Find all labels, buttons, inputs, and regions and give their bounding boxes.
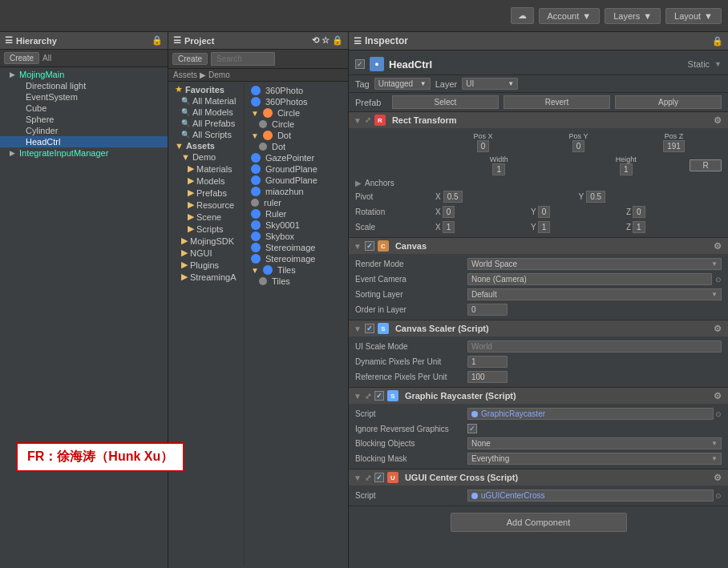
resources-folder[interactable]: ▶ Resource — [168, 199, 244, 211]
hierarchy-item-headctrl[interactable]: HeadCtrl — [0, 136, 168, 147]
account-button[interactable]: Account ▼ — [539, 8, 601, 24]
pos-x-field[interactable]: 0 — [477, 140, 490, 152]
graphic-raycaster-enabled-checkbox[interactable] — [374, 391, 384, 401]
blocking-mask-dropdown[interactable]: Everything — [467, 453, 722, 465]
asset-stereoimage1[interactable]: Stereoimage — [245, 242, 348, 253]
script-ref-ugui[interactable]: uGUICenterCross — [467, 489, 714, 502]
prefab-select-btn[interactable]: Select — [392, 95, 499, 109]
width-field[interactable]: 1 — [492, 163, 505, 175]
pivot-y-field[interactable]: 0.5 — [586, 191, 605, 203]
fav-all-models[interactable]: 🔍 All Models — [168, 107, 244, 118]
ugui-settings-icon[interactable]: ⚙ — [712, 473, 723, 483]
pos-y-field[interactable]: 0 — [572, 140, 585, 152]
pivot-x-field[interactable]: 0.5 — [443, 191, 463, 203]
canvas-scaler-gear-icons: ⚙ — [712, 324, 723, 334]
ignore-graphics-checkbox[interactable]: ✓ — [467, 424, 477, 433]
hierarchy-create-btn[interactable]: Create — [4, 52, 39, 64]
asset-tiles-child[interactable]: Tiles — [245, 276, 348, 287]
reference-pixels-value[interactable]: 100 — [467, 371, 508, 383]
asset-circle-folder[interactable]: ▼ Circle — [245, 107, 348, 119]
hierarchy-item-integrateinput[interactable]: ▶ IntegrateInputManager — [0, 147, 168, 159]
layout-button[interactable]: Layout ▼ — [665, 8, 722, 24]
fav-all-scripts[interactable]: 🔍 All Scripts — [168, 129, 244, 140]
asset-groundplane1[interactable]: GroundPlane — [245, 163, 348, 175]
assets-section[interactable]: ▼ Assets — [168, 140, 244, 151]
canvas-header[interactable]: ▼ C Canvas ⚙ — [349, 238, 728, 254]
hierarchy-item-mojingmain[interactable]: ▶ MojingMain — [0, 69, 168, 80]
asset-tiles-folder[interactable]: ▼ Tiles — [245, 264, 348, 276]
prefab-apply-btn[interactable]: Apply — [615, 95, 722, 109]
script-dot-icon — [471, 411, 478, 417]
sorting-layer-dropdown[interactable]: Default — [467, 288, 722, 300]
hierarchy-item-cylinder[interactable]: Cylinder — [0, 125, 168, 136]
canvas-scaler-header[interactable]: ▼ S Canvas Scaler (Script) ⚙ — [349, 320, 728, 336]
pos-z-field[interactable]: 191 — [663, 140, 685, 152]
hierarchy-item-sphere[interactable]: Sphere — [0, 114, 168, 125]
rect-transform-gear-icon[interactable]: ⚙ — [712, 115, 723, 126]
asset-sky0001[interactable]: Sky0001 — [245, 220, 348, 231]
canvas-scaler-enabled-checkbox[interactable] — [365, 324, 374, 333]
dynamic-pixels-value[interactable]: 1 — [467, 356, 508, 368]
layers-button[interactable]: Layers ▼ — [605, 8, 661, 24]
scripts-folder[interactable]: ▶ Scripts — [168, 223, 244, 235]
ui-scale-mode-value[interactable]: World — [467, 340, 722, 352]
asset-dot-folder[interactable]: ▼ Dot — [245, 130, 348, 141]
scale-y-field[interactable]: 1 — [538, 221, 551, 233]
demo-folder[interactable]: ▼ Demo — [168, 151, 244, 163]
favorites-section[interactable]: ★ Favorites — [168, 83, 244, 95]
rot-y-field[interactable]: 0 — [538, 206, 551, 218]
object-enabled-checkbox[interactable] — [355, 59, 365, 69]
order-in-layer-value[interactable]: 0 — [467, 304, 508, 316]
ugui-enabled-checkbox[interactable] — [374, 473, 384, 482]
project-create-btn[interactable]: Create — [172, 53, 208, 65]
prefab-revert-btn[interactable]: Revert — [504, 95, 610, 109]
rot-x-field[interactable]: 0 — [443, 206, 455, 218]
asset-ruler[interactable]: Ruler — [245, 208, 348, 220]
blocking-objects-dropdown[interactable]: None — [467, 437, 722, 449]
scale-z-field[interactable]: 1 — [633, 221, 645, 233]
render-mode-dropdown[interactable]: World Space — [467, 258, 722, 270]
materials-folder[interactable]: ▶ Materials — [168, 163, 244, 175]
layer-dropdown[interactable]: UI ▼ — [462, 78, 518, 90]
hierarchy-item-directional-light[interactable]: Directional light — [0, 80, 168, 91]
asset-circle-child[interactable]: Circle — [245, 119, 348, 130]
prefabs-folder[interactable]: ▶ Prefabs — [168, 187, 244, 199]
asset-groundplane2[interactable]: GroundPlane — [245, 175, 348, 186]
canvas-settings-icon[interactable]: ⚙ — [712, 241, 723, 252]
height-field[interactable]: 1 — [620, 163, 633, 175]
cloud-button[interactable]: ☁ — [511, 7, 534, 24]
canvas-enabled-checkbox[interactable] — [365, 241, 374, 251]
project-search-input[interactable] — [211, 52, 275, 66]
asset-stereoimage2[interactable]: Stereoimage — [245, 253, 348, 264]
asset-miaozhun[interactable]: miaozhun — [245, 186, 348, 197]
streaming-folder[interactable]: ▶ StreamingA — [168, 271, 244, 283]
hierarchy-item-cube[interactable]: Cube — [0, 103, 168, 114]
graphic-raycaster-header[interactable]: ▼ ⤢ S Graphic Raycaster (Script) ⚙ — [349, 388, 728, 404]
graphic-raycaster-settings-icon[interactable]: ⚙ — [712, 391, 723, 401]
hierarchy-item-eventsystem[interactable]: EventSystem — [0, 91, 168, 103]
asset-360photos[interactable]: 360Photos — [245, 96, 348, 107]
scale-x-field[interactable]: 1 — [443, 221, 455, 233]
rot-z-field[interactable]: 0 — [633, 206, 645, 218]
rect-transform-header[interactable]: ▼ ⤢ R Rect Transform ⚙ — [349, 112, 728, 128]
ugui-center-cross-header[interactable]: ▼ ⤢ U UGUI Center Cross (Script) ⚙ — [349, 469, 728, 485]
mojingsdk-folder[interactable]: ▶ MojingSDK — [168, 235, 244, 247]
ngui-folder[interactable]: ▶ NGUI — [168, 247, 244, 259]
fav-all-prefabs[interactable]: 🔍 All Prefabs — [168, 118, 244, 129]
asset-360photo[interactable]: 360Photo — [245, 85, 348, 96]
scene-folder[interactable]: ▶ Scene — [168, 211, 244, 223]
asset-ruler-small[interactable]: ruler — [245, 197, 348, 208]
plugins-folder[interactable]: ▶ Plugins — [168, 259, 244, 271]
models-folder[interactable]: ▶ Models — [168, 175, 244, 187]
asset-skybox[interactable]: Skybox — [245, 231, 348, 242]
script-ref-gr[interactable]: GraphicRaycaster — [467, 408, 714, 420]
event-camera-value[interactable]: None (Camera) — [467, 273, 712, 285]
r-button[interactable]: R — [690, 159, 722, 171]
asset-dot-child[interactable]: Dot — [245, 141, 348, 152]
canvas-scaler-settings-icon[interactable]: ⚙ — [712, 324, 723, 334]
tag-dropdown[interactable]: Untagged ▼ — [374, 78, 431, 90]
fav-all-material[interactable]: 🔍 All Material — [168, 95, 244, 107]
add-component-button[interactable]: Add Component — [451, 513, 627, 532]
pos-xyz-row: Pos X 0 Pos Y 0 Pos Z 191 — [355, 131, 722, 154]
asset-gazepointer[interactable]: GazePointer — [245, 152, 348, 163]
